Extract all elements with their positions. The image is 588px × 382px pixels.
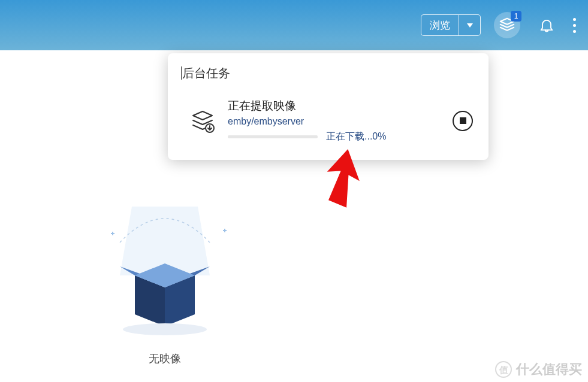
header-bar: 浏览 1	[0, 0, 588, 50]
kebab-dot-icon	[573, 24, 576, 27]
stop-task-button[interactable]	[453, 111, 473, 131]
svg-point-10	[123, 323, 207, 335]
empty-box-illustration	[84, 201, 246, 338]
watermark-text: 什么值得买	[516, 360, 582, 378]
more-menu-button[interactable]	[573, 18, 576, 33]
browse-button[interactable]: 浏览	[421, 15, 459, 35]
kebab-dot-icon	[573, 30, 576, 33]
notifications-icon-button[interactable]	[533, 12, 560, 38]
kebab-dot-icon	[573, 18, 576, 21]
svg-point-11	[496, 362, 511, 377]
task-subtitle: emby/embyserver	[228, 116, 441, 127]
task-progress: 正在下载...0%	[228, 131, 441, 143]
bell-icon	[538, 17, 555, 34]
browse-split-button: 浏览	[421, 14, 481, 36]
popover-title: 后台任务	[168, 53, 489, 92]
background-tasks-popover: 后台任务 正在提取映像 emby/embyserver 正在下载...0%	[168, 53, 489, 160]
chevron-down-icon	[467, 23, 473, 28]
progress-text: 正在下载...0%	[326, 131, 386, 143]
svg-text:值: 值	[499, 365, 508, 375]
watermark: 值 什么值得买	[494, 360, 582, 378]
task-row: 正在提取映像 emby/embyserver 正在下载...0%	[168, 92, 489, 149]
task-body: 正在提取映像 emby/embyserver 正在下载...0%	[228, 98, 441, 143]
watermark-logo-icon: 值	[494, 360, 512, 378]
empty-state: 无映像	[84, 201, 246, 366]
browse-dropdown-toggle[interactable]	[459, 15, 480, 35]
layers-download-icon	[189, 108, 216, 134]
tasks-icon-button[interactable]: 1	[494, 12, 520, 38]
stop-icon	[460, 117, 466, 124]
task-title: 正在提取映像	[228, 98, 441, 114]
svg-marker-1	[193, 111, 212, 120]
tasks-badge: 1	[511, 11, 521, 22]
progress-bar	[228, 135, 318, 138]
empty-label: 无映像	[84, 351, 246, 366]
